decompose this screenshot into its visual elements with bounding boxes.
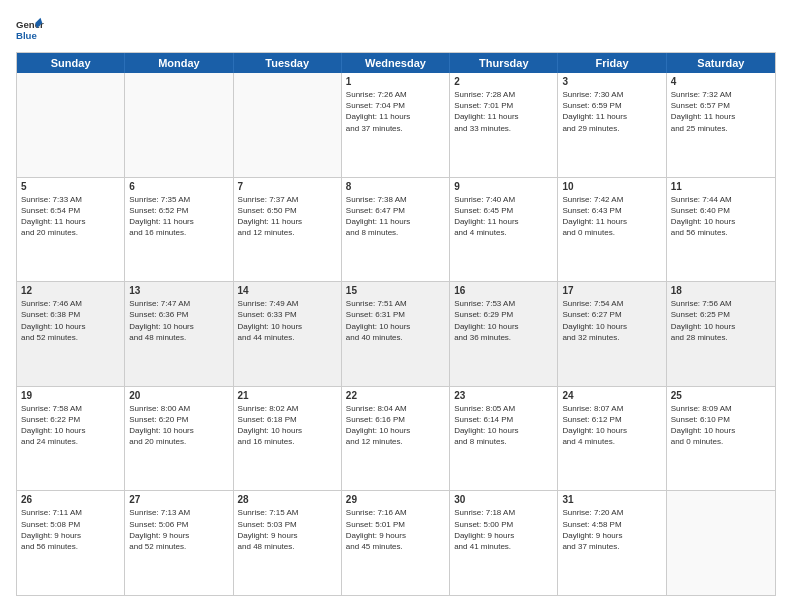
day-cell-13: 13Sunrise: 7:47 AM Sunset: 6:36 PM Dayli…	[125, 282, 233, 386]
day-cell-1: 1Sunrise: 7:26 AM Sunset: 7:04 PM Daylig…	[342, 73, 450, 177]
day-details: Sunrise: 7:51 AM Sunset: 6:31 PM Dayligh…	[346, 298, 445, 343]
calendar-header: SundayMondayTuesdayWednesdayThursdayFrid…	[17, 53, 775, 73]
day-number: 31	[562, 494, 661, 505]
day-cell-21: 21Sunrise: 8:02 AM Sunset: 6:18 PM Dayli…	[234, 387, 342, 491]
day-cell-4: 4Sunrise: 7:32 AM Sunset: 6:57 PM Daylig…	[667, 73, 775, 177]
day-details: Sunrise: 8:00 AM Sunset: 6:20 PM Dayligh…	[129, 403, 228, 448]
empty-cell	[17, 73, 125, 177]
day-cell-11: 11Sunrise: 7:44 AM Sunset: 6:40 PM Dayli…	[667, 178, 775, 282]
day-number: 12	[21, 285, 120, 296]
day-details: Sunrise: 7:33 AM Sunset: 6:54 PM Dayligh…	[21, 194, 120, 239]
header-day-tuesday: Tuesday	[234, 53, 342, 73]
header-day-saturday: Saturday	[667, 53, 775, 73]
calendar-row-3: 19Sunrise: 7:58 AM Sunset: 6:22 PM Dayli…	[17, 387, 775, 492]
day-number: 21	[238, 390, 337, 401]
svg-text:Blue: Blue	[16, 30, 37, 41]
day-number: 18	[671, 285, 771, 296]
day-number: 17	[562, 285, 661, 296]
day-cell-28: 28Sunrise: 7:15 AM Sunset: 5:03 PM Dayli…	[234, 491, 342, 595]
day-details: Sunrise: 7:38 AM Sunset: 6:47 PM Dayligh…	[346, 194, 445, 239]
day-cell-24: 24Sunrise: 8:07 AM Sunset: 6:12 PM Dayli…	[558, 387, 666, 491]
day-cell-2: 2Sunrise: 7:28 AM Sunset: 7:01 PM Daylig…	[450, 73, 558, 177]
day-number: 19	[21, 390, 120, 401]
day-number: 30	[454, 494, 553, 505]
day-number: 23	[454, 390, 553, 401]
day-cell-6: 6Sunrise: 7:35 AM Sunset: 6:52 PM Daylig…	[125, 178, 233, 282]
day-number: 29	[346, 494, 445, 505]
day-details: Sunrise: 7:26 AM Sunset: 7:04 PM Dayligh…	[346, 89, 445, 134]
day-cell-23: 23Sunrise: 8:05 AM Sunset: 6:14 PM Dayli…	[450, 387, 558, 491]
empty-cell	[234, 73, 342, 177]
day-details: Sunrise: 8:04 AM Sunset: 6:16 PM Dayligh…	[346, 403, 445, 448]
day-details: Sunrise: 7:49 AM Sunset: 6:33 PM Dayligh…	[238, 298, 337, 343]
day-details: Sunrise: 7:54 AM Sunset: 6:27 PM Dayligh…	[562, 298, 661, 343]
day-cell-19: 19Sunrise: 7:58 AM Sunset: 6:22 PM Dayli…	[17, 387, 125, 491]
day-number: 10	[562, 181, 661, 192]
day-number: 26	[21, 494, 120, 505]
calendar-row-1: 5Sunrise: 7:33 AM Sunset: 6:54 PM Daylig…	[17, 178, 775, 283]
day-number: 25	[671, 390, 771, 401]
header: General Blue	[16, 16, 776, 44]
day-cell-17: 17Sunrise: 7:54 AM Sunset: 6:27 PM Dayli…	[558, 282, 666, 386]
day-details: Sunrise: 7:40 AM Sunset: 6:45 PM Dayligh…	[454, 194, 553, 239]
day-cell-25: 25Sunrise: 8:09 AM Sunset: 6:10 PM Dayli…	[667, 387, 775, 491]
day-number: 6	[129, 181, 228, 192]
day-number: 20	[129, 390, 228, 401]
day-details: Sunrise: 7:56 AM Sunset: 6:25 PM Dayligh…	[671, 298, 771, 343]
day-details: Sunrise: 7:58 AM Sunset: 6:22 PM Dayligh…	[21, 403, 120, 448]
day-number: 7	[238, 181, 337, 192]
day-cell-27: 27Sunrise: 7:13 AM Sunset: 5:06 PM Dayli…	[125, 491, 233, 595]
day-cell-16: 16Sunrise: 7:53 AM Sunset: 6:29 PM Dayli…	[450, 282, 558, 386]
day-details: Sunrise: 7:28 AM Sunset: 7:01 PM Dayligh…	[454, 89, 553, 134]
day-number: 28	[238, 494, 337, 505]
day-number: 22	[346, 390, 445, 401]
day-cell-12: 12Sunrise: 7:46 AM Sunset: 6:38 PM Dayli…	[17, 282, 125, 386]
day-cell-7: 7Sunrise: 7:37 AM Sunset: 6:50 PM Daylig…	[234, 178, 342, 282]
header-day-monday: Monday	[125, 53, 233, 73]
day-number: 2	[454, 76, 553, 87]
calendar-row-4: 26Sunrise: 7:11 AM Sunset: 5:08 PM Dayli…	[17, 491, 775, 595]
day-number: 11	[671, 181, 771, 192]
day-details: Sunrise: 7:16 AM Sunset: 5:01 PM Dayligh…	[346, 507, 445, 552]
day-details: Sunrise: 7:11 AM Sunset: 5:08 PM Dayligh…	[21, 507, 120, 552]
calendar-row-0: 1Sunrise: 7:26 AM Sunset: 7:04 PM Daylig…	[17, 73, 775, 178]
calendar-row-2: 12Sunrise: 7:46 AM Sunset: 6:38 PM Dayli…	[17, 282, 775, 387]
header-day-wednesday: Wednesday	[342, 53, 450, 73]
day-details: Sunrise: 7:53 AM Sunset: 6:29 PM Dayligh…	[454, 298, 553, 343]
day-details: Sunrise: 7:15 AM Sunset: 5:03 PM Dayligh…	[238, 507, 337, 552]
day-details: Sunrise: 8:07 AM Sunset: 6:12 PM Dayligh…	[562, 403, 661, 448]
day-number: 13	[129, 285, 228, 296]
day-number: 3	[562, 76, 661, 87]
day-number: 24	[562, 390, 661, 401]
day-cell-15: 15Sunrise: 7:51 AM Sunset: 6:31 PM Dayli…	[342, 282, 450, 386]
day-cell-3: 3Sunrise: 7:30 AM Sunset: 6:59 PM Daylig…	[558, 73, 666, 177]
day-cell-30: 30Sunrise: 7:18 AM Sunset: 5:00 PM Dayli…	[450, 491, 558, 595]
day-number: 4	[671, 76, 771, 87]
calendar: SundayMondayTuesdayWednesdayThursdayFrid…	[16, 52, 776, 596]
day-details: Sunrise: 7:18 AM Sunset: 5:00 PM Dayligh…	[454, 507, 553, 552]
day-cell-31: 31Sunrise: 7:20 AM Sunset: 4:58 PM Dayli…	[558, 491, 666, 595]
day-cell-26: 26Sunrise: 7:11 AM Sunset: 5:08 PM Dayli…	[17, 491, 125, 595]
day-cell-9: 9Sunrise: 7:40 AM Sunset: 6:45 PM Daylig…	[450, 178, 558, 282]
day-number: 15	[346, 285, 445, 296]
day-cell-29: 29Sunrise: 7:16 AM Sunset: 5:01 PM Dayli…	[342, 491, 450, 595]
day-cell-14: 14Sunrise: 7:49 AM Sunset: 6:33 PM Dayli…	[234, 282, 342, 386]
day-number: 14	[238, 285, 337, 296]
empty-cell	[125, 73, 233, 177]
day-details: Sunrise: 7:20 AM Sunset: 4:58 PM Dayligh…	[562, 507, 661, 552]
logo: General Blue	[16, 16, 44, 44]
empty-cell	[667, 491, 775, 595]
day-cell-10: 10Sunrise: 7:42 AM Sunset: 6:43 PM Dayli…	[558, 178, 666, 282]
day-details: Sunrise: 7:44 AM Sunset: 6:40 PM Dayligh…	[671, 194, 771, 239]
day-cell-22: 22Sunrise: 8:04 AM Sunset: 6:16 PM Dayli…	[342, 387, 450, 491]
day-details: Sunrise: 7:47 AM Sunset: 6:36 PM Dayligh…	[129, 298, 228, 343]
header-day-sunday: Sunday	[17, 53, 125, 73]
day-details: Sunrise: 7:30 AM Sunset: 6:59 PM Dayligh…	[562, 89, 661, 134]
header-day-friday: Friday	[558, 53, 666, 73]
day-number: 5	[21, 181, 120, 192]
calendar-body: 1Sunrise: 7:26 AM Sunset: 7:04 PM Daylig…	[17, 73, 775, 595]
day-details: Sunrise: 7:32 AM Sunset: 6:57 PM Dayligh…	[671, 89, 771, 134]
day-number: 9	[454, 181, 553, 192]
day-details: Sunrise: 7:13 AM Sunset: 5:06 PM Dayligh…	[129, 507, 228, 552]
day-number: 8	[346, 181, 445, 192]
